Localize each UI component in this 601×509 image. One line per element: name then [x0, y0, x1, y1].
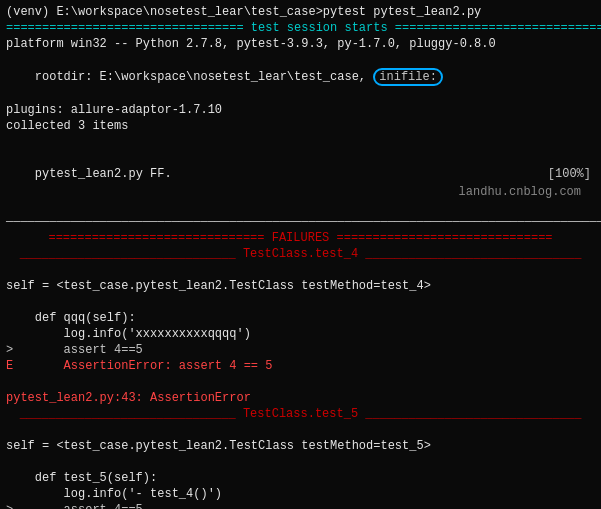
- terminal-title: (venv) E:\workspace\nosetest_lear\test_c…: [6, 4, 595, 20]
- session-start-divider: ================================= test s…: [6, 20, 595, 36]
- test5-assert-arrow: > assert 4==5: [6, 502, 595, 509]
- inifile-highlight: inifile:: [373, 68, 443, 86]
- failures-header: ============================== FAILURES …: [6, 230, 595, 246]
- test5-self-line: self = <test_case.pytest_lean2.TestClass…: [6, 438, 595, 454]
- empty-line-5: [6, 374, 595, 390]
- test4-self-line: self = <test_case.pytest_lean2.TestClass…: [6, 278, 595, 294]
- rootdir-prefix: rootdir: E:\workspace\nosetest_lear\test…: [35, 70, 373, 84]
- empty-line-6: [6, 422, 595, 438]
- test4-assert-error: E AssertionError: assert 4 == 5: [6, 358, 595, 374]
- percent-badge: [100%]: [548, 166, 591, 182]
- test5-def-line: def test_5(self):: [6, 470, 595, 486]
- watermark: landhu.cnblog.com: [459, 185, 581, 199]
- empty-line-1: [6, 134, 595, 150]
- empty-line-7: [6, 454, 595, 470]
- test4-assert-arrow: > assert 4==5: [6, 342, 595, 358]
- empty-line-3: [6, 262, 595, 278]
- collected-line: collected 3 items: [6, 118, 595, 134]
- rootdir-line: rootdir: E:\workspace\nosetest_lear\test…: [6, 52, 595, 102]
- test4-def-line: def qqq(self):: [6, 310, 595, 326]
- empty-line-4: [6, 294, 595, 310]
- test4-log-line: log.info('xxxxxxxxxxqqqq'): [6, 326, 595, 342]
- test4-file-ref: pytest_lean2.py:43: AssertionError: [6, 390, 595, 406]
- test4-section-header: ______________________________ TestClass…: [6, 246, 595, 262]
- test5-section-header: ______________________________ TestClass…: [6, 406, 595, 422]
- pass-text: pytest_lean2.py FF.: [35, 167, 172, 181]
- empty-line-2: [6, 198, 595, 214]
- platform-line: platform win32 -- Python 2.7.8, pytest-3…: [6, 36, 595, 52]
- plugins-line: plugins: allure-adaptor-1.7.10: [6, 102, 595, 118]
- terminal: (venv) E:\workspace\nosetest_lear\test_c…: [0, 0, 601, 509]
- test5-log-line: log.info('- test_4()'): [6, 486, 595, 502]
- thin-divider-top: ────────────────────────────────────────…: [6, 214, 595, 230]
